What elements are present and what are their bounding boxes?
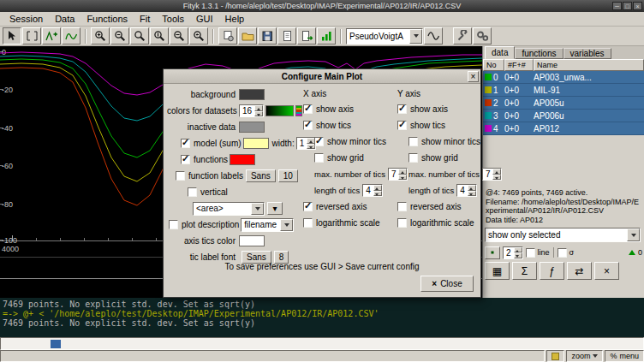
column-header-1[interactable]: No: [483, 59, 504, 71]
y-max-tics-spinner[interactable]: 7: [482, 168, 503, 181]
command-input[interactable]: [0, 337, 644, 350]
zoom-status-button[interactable]: zoom: [566, 350, 603, 362]
data-filter-select[interactable]: show only selected: [485, 228, 641, 242]
dataset-colors-count-spinner[interactable]: 16: [239, 104, 264, 117]
dataset-color-swatch: [485, 86, 492, 93]
menu-gui[interactable]: GUI: [190, 13, 219, 25]
peak-type-select[interactable]: PseudoVoigtA: [346, 28, 423, 45]
shift-up-icon[interactable]: [629, 250, 635, 255]
open-session-button[interactable]: [238, 27, 257, 45]
tab-data[interactable]: data: [485, 46, 515, 59]
model-checkbox[interactable]: [181, 139, 190, 148]
close-button[interactable]: ×: [633, 2, 642, 10]
sigma-checkbox[interactable]: [558, 248, 567, 258]
y-show-axis-checkbox[interactable]: [397, 104, 407, 114]
output-console[interactable]: 7469 points. No explicit std. dev. Set a…: [0, 298, 644, 337]
zoom-in-button[interactable]: [91, 27, 110, 45]
x-show-grid-checkbox[interactable]: [314, 153, 324, 163]
spinner-arrows[interactable]: [468, 185, 476, 196]
menu-functions[interactable]: Functions: [80, 13, 134, 25]
x-show-axis-checkbox[interactable]: [303, 104, 313, 114]
auto-add-peak-button[interactable]: [424, 27, 443, 45]
dataset-row[interactable]: 10+0MIL-91: [483, 84, 644, 97]
point-size-spinner[interactable]: 2: [503, 246, 523, 259]
baseline-mode-button[interactable]: [62, 27, 80, 45]
data-range-mode-button[interactable]: [22, 27, 41, 45]
normal-mode-button[interactable]: [3, 27, 21, 45]
menu-help[interactable]: Help: [219, 13, 251, 25]
spinner-arrows[interactable]: [492, 169, 501, 180]
add-peak-mode-button[interactable]: [42, 27, 61, 45]
x-tic-length-spinner[interactable]: 4: [362, 184, 383, 197]
y-show-tics-checkbox[interactable]: [397, 121, 407, 130]
menu-fit[interactable]: Fit: [134, 13, 156, 25]
menu-tools[interactable]: Tools: [156, 13, 190, 25]
dataset-row[interactable]: 40+0AP012: [483, 122, 644, 135]
y-tic-length-spinner[interactable]: 4: [456, 184, 477, 197]
area-dropdown-button[interactable]: ▾: [267, 202, 283, 215]
model-color-swatch[interactable]: [243, 138, 269, 149]
labels-font-button[interactable]: Sans: [246, 169, 276, 182]
spinner-arrows[interactable]: [373, 185, 382, 196]
tab-variables[interactable]: variables: [564, 48, 611, 59]
execute-script-button[interactable]: [218, 27, 237, 45]
tab-functions[interactable]: functions: [515, 48, 563, 59]
inactive-data-label: inactive data: [167, 122, 239, 132]
functions-checkbox[interactable]: [181, 155, 190, 164]
export-image-button[interactable]: [317, 27, 336, 45]
dataset-row[interactable]: 20+0AP005u: [483, 97, 644, 110]
x-reversed-checkbox[interactable]: [303, 202, 313, 211]
zoom-vertical-button[interactable]: [150, 27, 169, 45]
close-button[interactable]: × Close: [420, 276, 474, 292]
dialog-close-icon[interactable]: ×: [468, 71, 479, 82]
settings-button[interactable]: [453, 27, 472, 45]
dataset-color-list[interactable]: [295, 105, 302, 116]
run-fit-button[interactable]: [473, 27, 492, 45]
point-style-button[interactable]: [485, 246, 500, 259]
edit-data-button[interactable]: ▦: [485, 262, 510, 280]
axis-tics-color-swatch[interactable]: [239, 235, 265, 246]
functions-apply-button[interactable]: ƒ: [540, 262, 564, 280]
minimize-button[interactable]: ─: [612, 2, 622, 10]
y-reversed-checkbox[interactable]: [397, 202, 407, 211]
dialog-titlebar[interactable]: Configure Main Plot ×: [164, 69, 480, 84]
label-area-select[interactable]: <area>: [193, 202, 265, 216]
y-show-grid-checkbox[interactable]: [408, 153, 418, 163]
vertical-checkbox[interactable]: [188, 187, 197, 197]
functions-color-swatch[interactable]: [230, 154, 255, 165]
inactive-data-color-swatch[interactable]: [239, 122, 265, 133]
labels-font-size-button[interactable]: 10: [278, 169, 298, 182]
y-log-checkbox[interactable]: [397, 218, 407, 228]
delete-dataset-button[interactable]: ×: [594, 262, 619, 280]
previous-zoom-button[interactable]: [189, 27, 208, 45]
y-show-minor-tics-checkbox[interactable]: [408, 137, 418, 146]
transform-button[interactable]: ⇄: [567, 262, 592, 280]
line-checkbox[interactable]: [526, 248, 535, 258]
save-session-button[interactable]: [258, 27, 277, 45]
dataset-row[interactable]: 00+0AP003_unwa...: [483, 71, 644, 84]
sum-button[interactable]: Σ: [512, 262, 537, 280]
background-color-swatch[interactable]: [239, 89, 265, 100]
spinner-arrows[interactable]: [254, 105, 263, 116]
menu-data[interactable]: Data: [49, 13, 80, 25]
spinner-arrows[interactable]: [514, 247, 522, 258]
window-titlebar[interactable]: Fityk 1.3.1 - /home/aleplo/test/Desktop/…: [0, 0, 644, 12]
dataset-row[interactable]: 30+0AP006u: [483, 110, 644, 122]
menu-session[interactable]: Session: [3, 13, 49, 25]
dataset-color-gradient[interactable]: [265, 105, 294, 116]
zoom-horizontal-button[interactable]: [170, 27, 188, 45]
x-show-minor-tics-checkbox[interactable]: [314, 137, 324, 146]
function-labels-checkbox[interactable]: [176, 171, 185, 181]
plot-description-checkbox[interactable]: [169, 220, 178, 229]
session-log-button[interactable]: [277, 27, 296, 45]
x-show-tics-checkbox[interactable]: [303, 121, 313, 130]
description-select[interactable]: filename: [241, 218, 294, 232]
zoom-all-button[interactable]: [130, 27, 149, 45]
column-header-3[interactable]: Name: [534, 59, 644, 71]
maximize-button[interactable]: □: [623, 2, 632, 10]
menu-status-button[interactable]: %menu: [605, 350, 644, 362]
zoom-out-button[interactable]: [110, 27, 129, 45]
x-log-checkbox[interactable]: [303, 218, 313, 228]
export-data-button[interactable]: [297, 27, 316, 45]
column-header-2[interactable]: #F+#: [504, 59, 534, 71]
